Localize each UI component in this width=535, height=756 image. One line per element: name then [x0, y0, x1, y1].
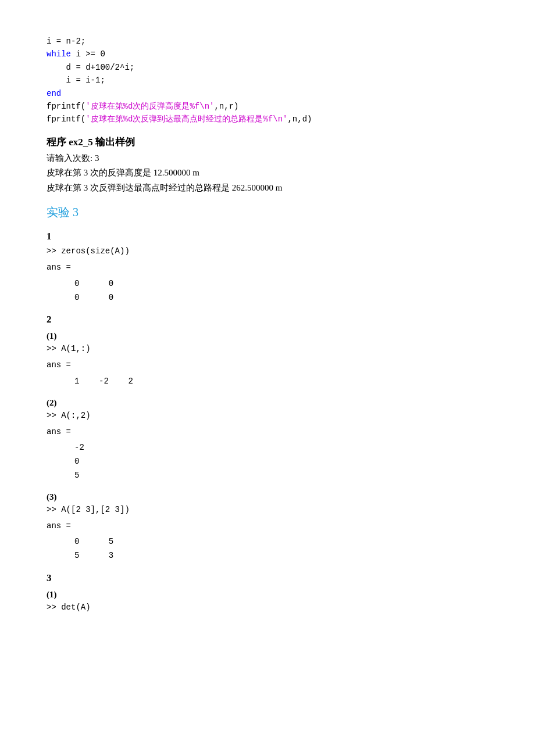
section-2-sub-1-row: 1 -2 2 — [74, 375, 488, 389]
section-2-sub-3-ans-values: 0 5 5 3 — [47, 535, 488, 563]
section-2-sub-1-ans-label: ans = — [47, 359, 488, 372]
section-2-sub-2-ans-values: -2 0 5 — [47, 441, 488, 482]
string-2: '皮球在第%d次反弹到达最高点时经过的总路程是%f\n' — [85, 114, 287, 124]
section-3-number: 3 — [47, 572, 488, 584]
code-top: i = n-2; while i >= 0 d = d+100/2^i; i =… — [47, 35, 488, 126]
code-line-5: end — [47, 87, 488, 100]
section-3-sub-1-label: (1) — [47, 590, 488, 600]
keyword-while: while — [47, 49, 71, 59]
section-2-sub-3-row-2: 5 3 — [74, 549, 488, 563]
section-2-sub-1-label: (1) — [47, 331, 488, 341]
code-line-3: d = d+100/2^i; — [47, 61, 488, 74]
page-content: i = n-2; while i >= 0 d = d+100/2^i; i =… — [47, 35, 488, 615]
section-2-sub-3-ans-label: ans = — [47, 519, 488, 533]
code-line-4: i = i-1; — [47, 74, 488, 87]
section-1-row-1: 0 0 — [74, 277, 488, 291]
sample-line-2: 皮球在第 3 次的反弹高度是 12.500000 m — [47, 166, 488, 181]
sample-line-1: 请输入次数: 3 — [47, 151, 488, 166]
section-2-sub-2-command: >> A(:,2) — [47, 409, 488, 423]
section-1-row-2: 0 0 — [74, 291, 488, 305]
section-1-ans-label: ans = — [47, 261, 488, 275]
section-2-sub-2-row-1: -2 — [74, 441, 488, 455]
code-line-2: while i >= 0 — [47, 48, 488, 60]
keyword-end: end — [47, 89, 61, 98]
section-2-sub-2-row-3: 5 — [74, 469, 488, 483]
section-2-sub-3-label: (3) — [47, 492, 488, 502]
code-line-1: i = n-2; — [47, 35, 488, 48]
section-2-sub-3-row-1: 0 5 — [74, 535, 488, 549]
section-1-number: 1 — [47, 231, 488, 242]
code-line-6: fprintf('皮球在第%d次的反弹高度是%f\n',n,r) — [47, 100, 488, 113]
string-1: '皮球在第%d次的反弹高度是%f\n' — [85, 102, 214, 111]
experiment-title: 实验 3 — [47, 205, 488, 220]
section-2-sub-2-ans-label: ans = — [47, 425, 488, 439]
section-2-number: 2 — [47, 314, 488, 325]
section-2-sub-1-command: >> A(1,:) — [47, 342, 488, 356]
section-1-ans-values: 0 0 0 0 — [47, 277, 488, 305]
sample-section: 程序 ex2_5 输出样例 请输入次数: 3 皮球在第 3 次的反弹高度是 12… — [47, 135, 488, 196]
section-2-sub-2-row-2: 0 — [74, 455, 488, 469]
sample-line-3: 皮球在第 3 次反弹到达最高点时经过的总路程是 262.500000 m — [47, 181, 488, 196]
sample-title: 程序 ex2_5 输出样例 — [47, 135, 488, 149]
code-line-7: fprintf('皮球在第%d次反弹到达最高点时经过的总路程是%f\n',n,d… — [47, 113, 488, 126]
section-2-sub-2-label: (2) — [47, 398, 488, 408]
section-2-sub-1-ans-values: 1 -2 2 — [47, 375, 488, 389]
section-1-command: >> zeros(size(A)) — [47, 245, 488, 259]
section-3-sub-1-command: >> det(A) — [47, 601, 488, 615]
section-2-sub-3-command: >> A([2 3],[2 3]) — [47, 503, 488, 517]
